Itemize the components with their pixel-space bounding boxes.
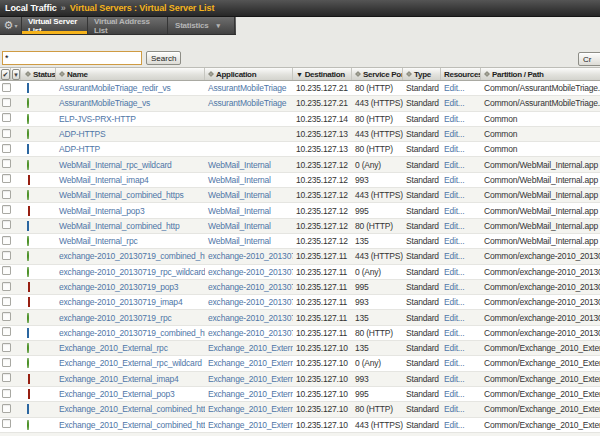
application-link[interactable]: Exchange_2010_External <box>208 420 293 430</box>
create-button[interactable]: Cr <box>578 52 600 66</box>
virtual-server-name-link[interactable]: WebMail_Internal_rpc <box>59 236 138 246</box>
application-link[interactable]: AssurantMobileTriage <box>208 83 286 93</box>
application-link[interactable]: WebMail_Internal <box>208 175 271 185</box>
edit-resources-link[interactable]: Edit... <box>444 374 464 384</box>
row-checkbox[interactable] <box>2 312 11 321</box>
column-header-service-port[interactable]: Service Port <box>352 68 403 80</box>
edit-resources-link[interactable]: Edit... <box>444 313 464 323</box>
application-link[interactable]: exchange-2010_20130719 <box>208 267 293 277</box>
column-header-destination[interactable]: ▼ Destination <box>293 68 352 80</box>
row-checkbox[interactable] <box>2 236 11 245</box>
options-menu-button[interactable]: ⚙ ▾ <box>0 17 22 34</box>
application-link[interactable]: AssurantMobileTriage <box>208 98 286 108</box>
edit-resources-link[interactable]: Edit... <box>444 267 464 277</box>
application-link[interactable]: Exchange_2010_External <box>208 404 293 414</box>
row-checkbox[interactable] <box>2 282 11 291</box>
column-header-partition[interactable]: Partition / Path <box>481 68 600 80</box>
row-checkbox[interactable] <box>2 404 11 413</box>
virtual-server-name-link[interactable]: WebMail_Internal_rpc_wildcard <box>59 160 172 170</box>
row-checkbox[interactable] <box>2 144 11 153</box>
virtual-server-name-link[interactable]: ADP-HTTP <box>59 144 100 154</box>
application-link[interactable]: exchange-2010_20130719 <box>208 251 293 261</box>
column-header-name[interactable]: Name <box>56 68 205 80</box>
edit-resources-link[interactable]: Edit... <box>444 206 464 216</box>
column-header-type[interactable]: Type <box>403 68 441 80</box>
virtual-server-name-link[interactable]: WebMail_Internal_combined_http <box>59 221 179 231</box>
row-checkbox[interactable] <box>2 358 11 367</box>
virtual-server-name-link[interactable]: Exchange_2010_External_rpc_wildcard <box>59 358 202 368</box>
column-header-status[interactable]: Status <box>21 68 56 80</box>
edit-resources-link[interactable]: Edit... <box>444 328 464 338</box>
application-link[interactable]: WebMail_Internal <box>208 190 271 200</box>
row-checkbox[interactable] <box>2 327 11 336</box>
select-all-button[interactable]: ✔ <box>1 69 10 80</box>
application-link[interactable]: Exchange_2010_External <box>208 389 293 399</box>
virtual-server-name-link[interactable]: exchange-2010_20130719_rpc <box>59 313 172 323</box>
edit-resources-link[interactable]: Edit... <box>444 190 464 200</box>
edit-resources-link[interactable]: Edit... <box>444 420 464 430</box>
virtual-server-name-link[interactable]: exchange-2010_20130719_imap4 <box>59 297 182 307</box>
edit-resources-link[interactable]: Edit... <box>444 221 464 231</box>
edit-resources-link[interactable]: Edit... <box>444 83 464 93</box>
virtual-server-name-link[interactable]: Exchange_2010_External_combined_https <box>59 420 205 430</box>
row-checkbox[interactable] <box>2 98 11 107</box>
virtual-server-name-link[interactable]: AssurantMobileTriage_redir_vs <box>59 83 171 93</box>
selection-menu-button[interactable]: ▼ <box>12 69 20 80</box>
virtual-server-name-link[interactable]: ADP-HTTPS <box>59 129 105 139</box>
application-link[interactable]: WebMail_Internal <box>208 160 271 170</box>
row-checkbox[interactable] <box>2 389 11 398</box>
row-checkbox[interactable] <box>2 205 11 214</box>
virtual-server-name-link[interactable]: WebMail_Internal_pop3 <box>59 206 144 216</box>
virtual-server-name-link[interactable]: Exchange_2010_External_imap4 <box>59 374 179 384</box>
row-checkbox[interactable] <box>2 343 11 352</box>
tab-statistics[interactable]: Statistics ▾ <box>168 17 235 34</box>
edit-resources-link[interactable]: Edit... <box>444 343 464 353</box>
row-checkbox[interactable] <box>2 220 11 229</box>
virtual-server-name-link[interactable]: exchange-2010_20130719_combined_http <box>59 328 205 338</box>
edit-resources-link[interactable]: Edit... <box>444 98 464 108</box>
row-checkbox[interactable] <box>2 419 11 428</box>
tab-virtual-address-list[interactable]: Virtual Address List <box>88 17 168 34</box>
tab-virtual-server-list[interactable]: Virtual Server List <box>22 17 88 34</box>
row-checkbox[interactable] <box>2 159 11 168</box>
application-link[interactable]: Exchange_2010_External <box>208 374 293 384</box>
edit-resources-link[interactable]: Edit... <box>444 251 464 261</box>
edit-resources-link[interactable]: Edit... <box>444 236 464 246</box>
edit-resources-link[interactable]: Edit... <box>444 160 464 170</box>
virtual-server-name-link[interactable]: exchange-2010_20130719_combined_https <box>59 251 205 261</box>
row-checkbox[interactable] <box>2 129 11 138</box>
virtual-server-name-link[interactable]: exchange-2010_20130719_pop3 <box>59 282 178 292</box>
row-checkbox[interactable] <box>2 266 11 275</box>
virtual-server-name-link[interactable]: Exchange_2010_External_pop3 <box>59 389 175 399</box>
search-button[interactable]: Search <box>146 51 181 65</box>
application-link[interactable]: exchange-2010_20130719 <box>208 297 293 307</box>
edit-resources-link[interactable]: Edit... <box>444 282 464 292</box>
edit-resources-link[interactable]: Edit... <box>444 389 464 399</box>
row-checkbox[interactable] <box>2 174 11 183</box>
row-checkbox[interactable] <box>2 373 11 382</box>
application-link[interactable]: Exchange_2010_External <box>208 343 293 353</box>
application-link[interactable]: Exchange_2010_External <box>208 358 293 368</box>
edit-resources-link[interactable]: Edit... <box>444 358 464 368</box>
edit-resources-link[interactable]: Edit... <box>444 404 464 414</box>
virtual-server-name-link[interactable]: AssurantMobileTriage_vs <box>59 98 150 108</box>
virtual-server-name-link[interactable]: Exchange_2010_External_rpc <box>59 343 168 353</box>
edit-resources-link[interactable]: Edit... <box>444 297 464 307</box>
edit-resources-link[interactable]: Edit... <box>444 144 464 154</box>
application-link[interactable]: WebMail_Internal <box>208 236 271 246</box>
virtual-server-name-link[interactable]: ELP-JVS-PRX-HTTP <box>59 114 136 124</box>
application-link[interactable]: WebMail_Internal <box>208 206 271 216</box>
edit-resources-link[interactable]: Edit... <box>444 175 464 185</box>
edit-resources-link[interactable]: Edit... <box>444 114 464 124</box>
row-checkbox[interactable] <box>2 251 11 260</box>
row-checkbox[interactable] <box>2 190 11 199</box>
virtual-server-name-link[interactable]: WebMail_Internal_imap4 <box>59 175 148 185</box>
virtual-server-name-link[interactable]: exchange-2010_20130719_rpc_wildcard <box>59 267 205 277</box>
row-checkbox[interactable] <box>2 83 11 92</box>
column-header-application[interactable]: Application <box>205 68 293 80</box>
virtual-server-name-link[interactable]: WebMail_Internal_combined_https <box>59 190 184 200</box>
edit-resources-link[interactable]: Edit... <box>444 129 464 139</box>
row-checkbox[interactable] <box>2 297 11 306</box>
search-input[interactable] <box>2 51 142 65</box>
application-link[interactable]: WebMail_Internal <box>208 221 271 231</box>
